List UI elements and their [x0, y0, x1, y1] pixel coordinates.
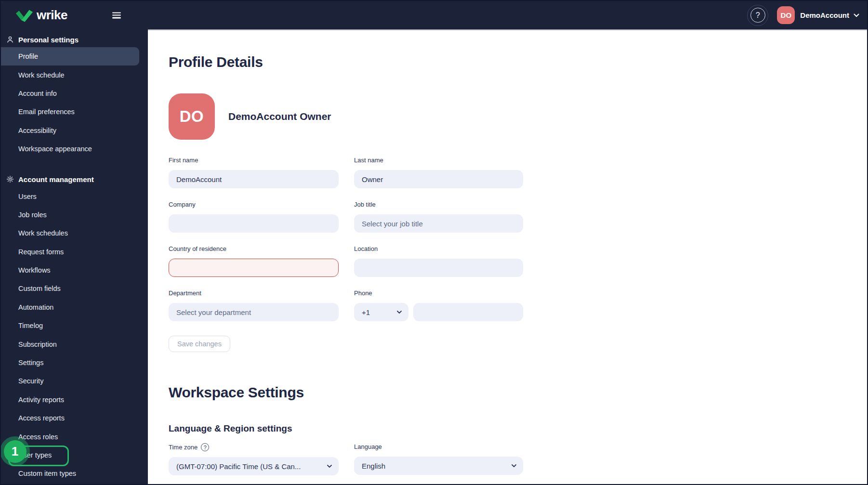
location-input[interactable] [354, 259, 523, 277]
phone-group: Phone +1 [354, 289, 523, 321]
annotation-step-1-badge: 1 [4, 440, 26, 463]
country-label: Country of residence [169, 245, 339, 253]
sidebar-item-label: Security [18, 377, 43, 385]
language-group: Language English [354, 443, 523, 475]
sidebar-item-label: Settings [18, 359, 43, 367]
sidebar-item-profile[interactable]: Profile [1, 47, 139, 66]
annotation-step-badge-halo: 1 [0, 436, 30, 466]
job-title-select[interactable] [354, 214, 523, 233]
user-avatar: DO [777, 6, 795, 24]
sidebar-item-account-info[interactable]: Account info [1, 84, 148, 103]
wrike-logo[interactable]: wrike [15, 8, 67, 22]
time-zone-value: (GMT-07:00) Pacific Time (US & Can... [176, 462, 301, 471]
sidebar-item-subscription[interactable]: Subscription [1, 335, 148, 353]
sidebar-item-label: Activity reports [18, 396, 64, 404]
company-label: Company [169, 201, 339, 209]
sidebar-item-job-roles[interactable]: Job roles [1, 206, 148, 224]
department-label: Department [169, 289, 339, 297]
settings-nav: Personal settings ProfileWork scheduleAc… [1, 29, 148, 484]
first-name-input[interactable] [169, 170, 339, 188]
sidebar-item-activity-reports[interactable]: Activity reports [1, 391, 148, 409]
department-group: Department [169, 289, 339, 321]
language-value: English [362, 462, 385, 470]
person-icon [6, 36, 14, 44]
profile-avatar[interactable]: DO [169, 93, 215, 140]
sidebar-item-request-forms[interactable]: Request forms [1, 243, 148, 261]
chevron-down-icon [854, 13, 859, 17]
profile-display-name: DemoAccount Owner [228, 111, 331, 122]
sidebar-item-label: Job roles [18, 211, 47, 219]
phone-number-input[interactable] [413, 303, 523, 321]
help-button[interactable]: ? [747, 5, 768, 26]
save-changes-button[interactable]: Save changes [169, 336, 230, 352]
phone-country-code-select[interactable]: +1 [354, 303, 408, 321]
sidebar-item-automation[interactable]: Automation [1, 298, 148, 316]
sidebar-item-custom-item-types[interactable]: Custom item types [1, 464, 148, 483]
time-zone-select[interactable]: (GMT-07:00) Pacific Time (US & Can... [169, 457, 339, 475]
sidebar-item-timelog[interactable]: Timelog [1, 316, 148, 335]
section-personal-settings: Personal settings [1, 32, 148, 47]
sidebar-item-work-schedule[interactable]: Work schedule [1, 66, 148, 84]
profile-header: DO DemoAccount Owner [169, 93, 867, 140]
company-group: Company [169, 201, 339, 233]
section-account-management: Account management [1, 171, 148, 187]
sidebar-item-access-reports[interactable]: Access reports [1, 409, 148, 427]
sidebar-item-work-schedules[interactable]: Work schedules [1, 224, 148, 242]
chevron-down-icon [397, 311, 402, 314]
phone-country-code-value: +1 [362, 308, 370, 316]
language-region-form: Time zone ? (GMT-07:00) Pacific Time (US… [169, 443, 867, 475]
sidebar-item-label: Access reports [18, 414, 65, 422]
job-title-group: Job title [354, 201, 523, 233]
hamburger-menu-icon[interactable] [112, 12, 121, 18]
chevron-down-icon [512, 464, 516, 468]
chevron-down-icon [327, 465, 332, 468]
time-zone-group: Time zone ? (GMT-07:00) Pacific Time (US… [169, 443, 339, 475]
location-label: Location [354, 245, 523, 253]
sidebar-item-label: Accessibility [18, 127, 56, 134]
wrike-logo-text: wrike [37, 9, 67, 21]
sidebar-item-label: Email preferences [18, 108, 75, 116]
sidebar-item-label: Users [18, 193, 37, 200]
sidebar-item-label: Profile [18, 52, 38, 60]
department-select[interactable] [169, 303, 339, 321]
time-zone-label: Time zone [169, 444, 197, 451]
sidebar-item-label: Custom item types [18, 470, 76, 477]
sidebar-item-label: Request forms [18, 248, 64, 256]
sidebar-item-label: Workflows [18, 266, 51, 274]
gear-icon [6, 175, 14, 184]
sidebar-item-accessibility[interactable]: Accessibility [1, 121, 148, 140]
sidebar-item-workspace-appearance[interactable]: Workspace appearance [1, 140, 148, 158]
sidebar-item-label: Work schedule [18, 71, 65, 79]
right-region: ? DO DemoAccount Profile Details DO Demo… [148, 1, 867, 484]
wrike-settings-window: { "colors": { "sidebar_bg": "#1c2339", "… [0, 0, 868, 485]
sidebar-item-label: Subscription [18, 341, 57, 348]
company-input[interactable] [169, 214, 339, 233]
sidebar-item-label: Timelog [18, 322, 43, 329]
account-name: DemoAccount [800, 11, 849, 19]
sidebar-item-users[interactable]: Users [1, 187, 148, 205]
sidebar-item-workflows[interactable]: Workflows [1, 261, 148, 279]
sidebar-item-label: Custom fields [18, 285, 61, 292]
country-group: Country of residence [169, 245, 339, 277]
language-region-title: Language & Region settings [169, 423, 867, 434]
timezone-help-icon[interactable]: ? [201, 443, 209, 451]
section-label: Personal settings [18, 36, 79, 44]
first-name-group: First name [169, 157, 339, 188]
location-group: Location [354, 245, 523, 277]
country-input[interactable] [169, 259, 339, 277]
personal-settings-items: ProfileWork scheduleAccount infoEmail pr… [1, 47, 148, 158]
sidebar-item-email-preferences[interactable]: Email preferences [1, 103, 148, 121]
sidebar-item-custom-fields[interactable]: Custom fields [1, 279, 148, 298]
sidebar-item-label: Workspace appearance [18, 145, 92, 153]
wrike-logo-icon [15, 8, 33, 22]
help-icon: ? [750, 8, 765, 23]
account-menu[interactable]: DO DemoAccount [777, 6, 861, 24]
language-select[interactable]: English [354, 457, 523, 475]
last-name-group: Last name [354, 157, 523, 188]
last-name-input[interactable] [354, 170, 523, 188]
main-content: Profile Details DO DemoAccount Owner Fir… [148, 29, 867, 484]
sidebar-item-security[interactable]: Security [1, 372, 148, 390]
page-title: Profile Details [169, 53, 867, 71]
sidebar-item-settings[interactable]: Settings [1, 354, 148, 372]
language-label: Language [354, 443, 382, 451]
